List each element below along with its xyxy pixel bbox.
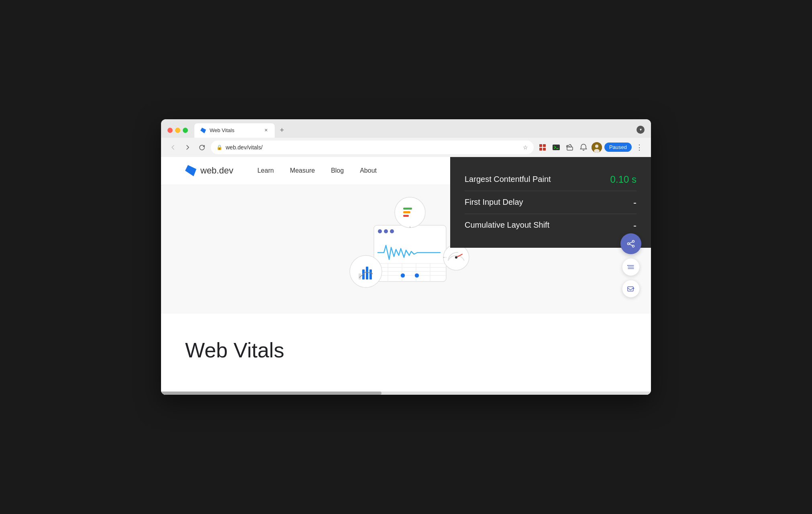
- forward-button[interactable]: [182, 142, 193, 153]
- svg-rect-5: [553, 145, 560, 150]
- svg-point-27: [414, 273, 419, 278]
- svg-rect-7: [567, 147, 573, 150]
- tab-bar: Web Vitals ✕ +: [194, 123, 633, 138]
- notifications-icon[interactable]: [578, 142, 589, 153]
- site-header: web.dev Learn Measure Blog About Search …: [161, 157, 651, 185]
- svg-point-16: [384, 229, 388, 233]
- svg-rect-35: [403, 211, 410, 213]
- extensions-puzzle-icon[interactable]: [564, 142, 575, 153]
- cls-name: Cumulative Layout Shift: [465, 220, 549, 230]
- extensions-icon[interactable]: [537, 142, 548, 153]
- nav-learn[interactable]: Learn: [257, 167, 274, 174]
- share-fab-button[interactable]: [620, 233, 641, 254]
- svg-rect-36: [403, 215, 409, 217]
- active-tab[interactable]: Web Vitals ✕: [194, 123, 275, 138]
- scrollbar-thumb[interactable]: [161, 392, 382, 395]
- profile-avatar[interactable]: [592, 142, 602, 153]
- svg-marker-0: [200, 128, 206, 133]
- window-controls-right: ▾: [637, 126, 645, 134]
- bookmark-icon[interactable]: ☆: [523, 144, 528, 151]
- back-button[interactable]: [167, 142, 179, 153]
- fid-name: First Input Delay: [465, 198, 523, 207]
- metric-row-lcp: Largest Contentful Paint 0.10 s: [465, 168, 637, 191]
- svg-marker-11: [185, 165, 196, 176]
- scrollbar-track[interactable]: [161, 392, 651, 395]
- svg-point-44: [632, 245, 635, 247]
- tab-title: Web Vitals: [210, 127, 259, 133]
- address-bar: 🔒 web.dev/vitals/ ☆: [161, 138, 651, 157]
- toolbar-icons: Paused ⋮: [537, 141, 645, 153]
- lcp-name: Largest Contentful Paint: [465, 175, 551, 184]
- terminal-icon[interactable]: [551, 142, 562, 153]
- svg-point-17: [390, 229, 394, 233]
- svg-point-42: [632, 240, 635, 242]
- fid-value: -: [633, 197, 637, 208]
- lcp-value: 0.10 s: [610, 174, 637, 185]
- url-bar[interactable]: 🔒 web.dev/vitals/ ☆: [211, 141, 534, 154]
- site-nav: Learn Measure Blog About: [257, 167, 377, 174]
- svg-rect-3: [539, 148, 542, 151]
- logo-text: web.dev: [200, 165, 233, 176]
- download-icon[interactable]: ▾: [637, 126, 645, 134]
- close-button[interactable]: [167, 128, 173, 133]
- nav-about[interactable]: About: [360, 167, 377, 174]
- maximize-button[interactable]: [183, 128, 188, 133]
- svg-point-43: [628, 243, 630, 245]
- paused-label: Paused: [609, 144, 627, 150]
- svg-line-46: [630, 244, 632, 246]
- metric-row-cls: Cumulative Layout Shift -: [465, 214, 637, 237]
- tab-favicon: [200, 127, 206, 134]
- svg-rect-1: [539, 144, 542, 147]
- reload-button[interactable]: [196, 142, 208, 153]
- lock-icon: 🔒: [216, 145, 222, 150]
- page-bottom: Web Vitals: [161, 314, 651, 395]
- nav-blog[interactable]: Blog: [331, 167, 344, 174]
- svg-point-40: [455, 256, 457, 259]
- tab-close-button[interactable]: ✕: [263, 127, 269, 134]
- nav-measure[interactable]: Measure: [290, 167, 315, 174]
- minimize-button[interactable]: [175, 128, 180, 133]
- site-logo[interactable]: web.dev: [185, 165, 233, 176]
- paused-button[interactable]: Paused: [604, 143, 632, 152]
- svg-rect-4: [543, 148, 546, 151]
- fab-container: [620, 233, 641, 298]
- svg-rect-31: [366, 267, 368, 279]
- browser-window: Web Vitals ✕ + ▾ 🔒: [161, 119, 651, 395]
- svg-point-9: [595, 145, 598, 148]
- title-bar: Web Vitals ✕ + ▾: [161, 119, 651, 138]
- list-fab-button[interactable]: [622, 258, 640, 276]
- svg-rect-2: [543, 144, 546, 147]
- traffic-lights: [167, 128, 188, 133]
- svg-rect-34: [403, 208, 412, 210]
- svg-line-45: [630, 242, 632, 243]
- more-menu-button[interactable]: ⋮: [634, 141, 645, 153]
- cls-value: -: [633, 220, 637, 231]
- svg-rect-51: [628, 287, 633, 291]
- url-text: web.dev/vitals/: [226, 144, 520, 151]
- svg-point-15: [378, 229, 382, 233]
- page-content: web.dev Learn Measure Blog About Search …: [161, 157, 651, 395]
- metric-row-fid: First Input Delay -: [465, 191, 637, 214]
- new-tab-button[interactable]: +: [276, 125, 288, 136]
- page-title: Web Vitals: [185, 338, 627, 363]
- svg-point-26: [400, 273, 405, 278]
- email-fab-button[interactable]: [622, 280, 640, 298]
